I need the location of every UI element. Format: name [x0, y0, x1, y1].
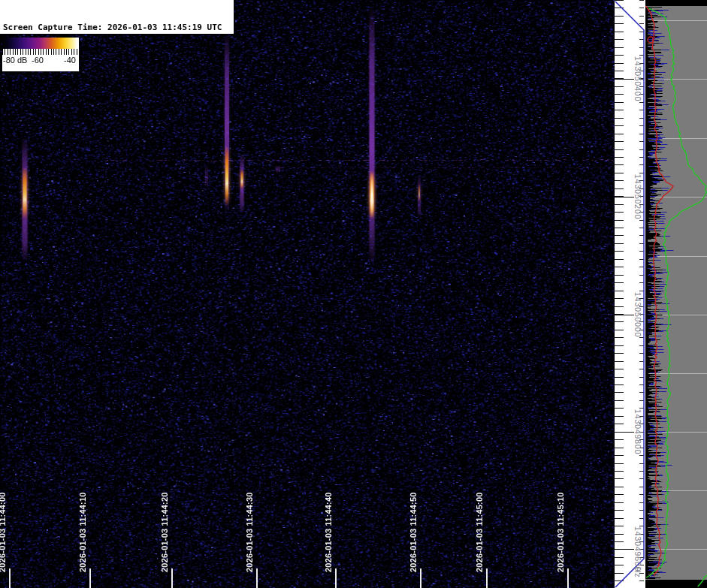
time-label: 2026-01-03 11:44:00: [0, 492, 8, 572]
frequency-major-tick: [615, 432, 634, 433]
time-label: 2026-01-03 11:45:10: [556, 492, 567, 572]
time-label: 2026-01-03 11:44:20: [160, 492, 171, 572]
time-tick: [486, 568, 488, 588]
config-text: Config = V8: [3, 86, 231, 96]
colorbar-label-mid: -60: [32, 56, 44, 65]
frequency-label: 143049800: [633, 409, 642, 454]
capture-time-text: Screen Capture Time: 2026-01-03 11:45:19…: [3, 23, 231, 33]
frequency-scale: 1430504001430502001430500001430498001430…: [615, 0, 645, 588]
time-tick: [89, 568, 91, 588]
frequency-label: 143050000: [633, 292, 642, 337]
time-tick: [567, 568, 569, 588]
frequency-label: 143050400: [633, 56, 642, 101]
colorbar-labels: -80 dB -60 -40: [2, 55, 79, 67]
time-label: 2026-01-03 11:44:10: [78, 492, 89, 572]
frequency-unit-label: Hz: [633, 567, 642, 578]
frequency-label: 143050200: [633, 174, 642, 219]
time-tick: [256, 568, 258, 588]
frequency-major-tick: [615, 549, 634, 550]
frequency-label: 143049600: [633, 526, 642, 571]
time-label: 2026-01-03 11:45:00: [475, 492, 485, 572]
frequency-major-tick: [615, 315, 634, 315]
colorbar-gradient: [2, 38, 79, 49]
time-label: 2026-01-03 11:44:30: [245, 492, 255, 572]
spectrum-graph-panel: [645, 0, 707, 588]
frequency-major-tick: [615, 79, 634, 80]
time-label: 2026-01-03 11:44:50: [409, 492, 419, 572]
time-tick: [335, 568, 337, 588]
colorbar-ticks: [2, 49, 79, 55]
colorbar-label-max: -40: [64, 56, 76, 65]
capture-info-box: Screen Capture Time: 2026-01-03 11:45:19…: [0, 0, 234, 35]
colorbar-label-min: -80 dB: [3, 56, 27, 65]
time-tick: [171, 568, 173, 588]
spectrogram-screen-capture: 2026-01-03 11:44:002026-01-03 11:44:1020…: [0, 0, 707, 588]
time-label: 2026-01-03 11:44:40: [324, 492, 334, 572]
time-tick: [9, 568, 11, 588]
intensity-colorbar: -80 dB -60 -40: [2, 38, 79, 71]
time-tick: [420, 568, 421, 588]
frequency-major-tick: [615, 197, 634, 198]
